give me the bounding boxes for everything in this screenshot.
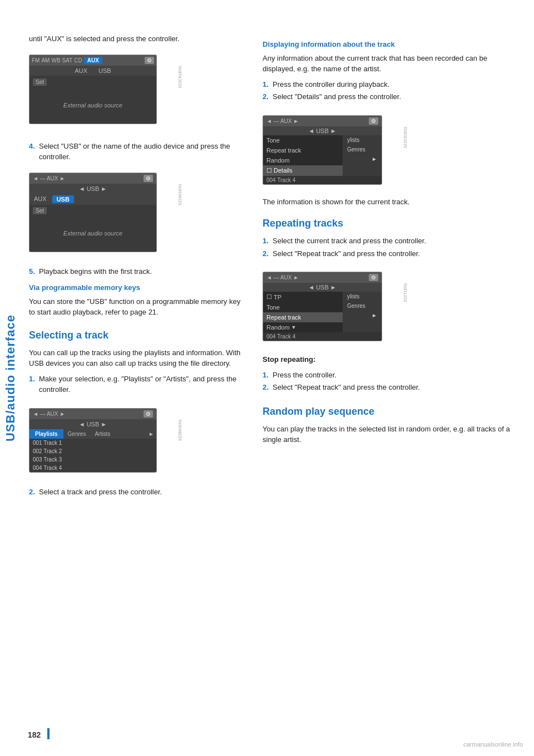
track-001: 001 Track 1 bbox=[29, 439, 156, 447]
watermark: carmanualsonline.info bbox=[463, 741, 523, 748]
pl-tab-genres: Genres bbox=[63, 429, 91, 439]
repeat-step1: 1. Select the current track and press th… bbox=[263, 235, 517, 247]
repeating-heading: Repeating tracks bbox=[263, 216, 517, 231]
det-menu-details: ☐ Details bbox=[263, 165, 343, 176]
screen-playlists: ◄ — AUX ► ⚙ ◄ USB ► Playlists Genres Art… bbox=[29, 402, 157, 478]
random-text: You can play the tracks in the selected … bbox=[263, 424, 517, 445]
screen-details: ◄ — AUX ► ⚙ ◄ USB ► Tone Repeat track Ra… bbox=[263, 110, 382, 190]
display-note: The information is shown for the current… bbox=[263, 197, 517, 208]
stop-step2: 2. Select "Repeat track" and press the c… bbox=[263, 382, 517, 393]
display-info-text: Any information about the current track … bbox=[263, 53, 517, 75]
tab-wb: WB bbox=[51, 57, 60, 63]
rep-tab-genres: Genres bbox=[343, 301, 382, 311]
step4-item: 4. Select "USB" or the name of the audio… bbox=[29, 141, 246, 163]
screen-aux2: ◄ — AUX ► ⚙ ◄ USB ► AUX USB Set External… bbox=[29, 167, 157, 258]
rep-second-bar: ◄ USB ► bbox=[308, 284, 337, 291]
tab-cd: CD bbox=[74, 57, 82, 63]
via-prog-text: You can store the "USB" function on a pr… bbox=[29, 296, 246, 318]
rep-tab-ylists: ylists bbox=[343, 292, 382, 301]
display-step2: 2. Select "Details" and press the contro… bbox=[263, 91, 517, 102]
sidebar-text: USB/audio interface bbox=[3, 315, 18, 441]
step5-item: 5. Playback begins with the first track. bbox=[29, 266, 246, 277]
rep-menu-tone: Tone bbox=[263, 302, 343, 312]
rep-status: 004 Track 4 bbox=[263, 332, 382, 341]
set-label: Set bbox=[33, 78, 47, 86]
det-menu-repeat: Repeat track bbox=[263, 145, 343, 155]
track-004: 004 Track 4 bbox=[29, 464, 156, 472]
left-column: until "AUX" is selected and press the co… bbox=[29, 33, 246, 502]
subtab-usb: USB bbox=[98, 67, 111, 74]
stop-step1: 1. Press the controller. bbox=[263, 370, 517, 381]
screen1-sidenote: SZ2CN1EN1 bbox=[178, 66, 182, 88]
select-step2: 2. Select a track and press the controll… bbox=[29, 487, 246, 498]
screen-repeat: ◄ — AUX ► ⚙ ◄ USB ► ☐TP Tone Repeat trac… bbox=[263, 266, 382, 347]
pl-tab-playlists: Playlists bbox=[29, 429, 63, 439]
det-menu-tone: Tone bbox=[263, 135, 343, 145]
screen2-sidenote: SZ2A01EN1 bbox=[178, 184, 182, 205]
page-number-bar bbox=[47, 728, 50, 739]
icon-settings: ⚙ bbox=[145, 57, 154, 64]
aux2-tab-usb: USB bbox=[52, 195, 74, 203]
select-step1: 1. Make your selection, e.g. "Playlists"… bbox=[29, 374, 246, 395]
aux2-tab-aux: AUX bbox=[34, 195, 47, 203]
display-info-heading: Displaying information about the track bbox=[263, 39, 517, 50]
random-heading: Random play sequence bbox=[263, 404, 517, 419]
rep-menu-random: Random ▼ bbox=[263, 322, 343, 332]
subtab-aux: AUX bbox=[75, 67, 87, 74]
tab-sat: SAT bbox=[62, 57, 73, 63]
rep-menu-tp: ☐TP bbox=[263, 292, 343, 302]
aux2-top-bar: ◄ — AUX ► bbox=[33, 175, 65, 181]
det-second-bar: ◄ USB ► bbox=[308, 127, 337, 134]
rep-top-bar: ◄ — AUX ► bbox=[266, 274, 299, 281]
pl-second-bar: ◄ USB ► bbox=[79, 421, 107, 428]
det-tab-ylists: ylists bbox=[343, 135, 382, 145]
rep-sidenote: SZ2T1EN1 bbox=[403, 283, 407, 302]
track-003: 003 Track 3 bbox=[29, 455, 156, 464]
rep-menu-repeat: Repeat track bbox=[263, 312, 343, 322]
det-tab-genres: Genres bbox=[343, 145, 382, 154]
pl-tab-artists: Artists bbox=[90, 429, 115, 439]
screen-pl-sidenote: SZ2B91EN1 bbox=[178, 419, 182, 441]
repeat-step2: 2. Select "Repeat track" and press the c… bbox=[263, 248, 517, 259]
screen-aux1: FM AM WB SAT CD AUX ⚙ AUX USB Set Extern… bbox=[29, 49, 157, 130]
det-status: 004 Track 4 bbox=[263, 176, 382, 184]
page-number: 182 bbox=[28, 730, 41, 739]
stop-repeating-label: Stop repeating: bbox=[263, 354, 517, 365]
pl-top-bar: ◄ — AUX ► bbox=[33, 411, 65, 417]
det-top-bar: ◄ — AUX ► bbox=[266, 118, 299, 124]
body-text-aux1: External audio source bbox=[63, 102, 122, 109]
intro-text: until "AUX" is selected and press the co… bbox=[29, 33, 246, 45]
aux2-icon: ⚙ bbox=[144, 175, 153, 182]
tab-aux-active: AUX bbox=[84, 57, 102, 64]
tab-fm: FM bbox=[32, 57, 39, 63]
rep-arrow: ► bbox=[367, 311, 382, 320]
tab-am: AM bbox=[41, 57, 50, 63]
right-column: Displaying information about the track A… bbox=[263, 33, 517, 502]
aux2-second-bar: ◄ USB ► bbox=[79, 185, 107, 192]
display-step1: 1. Press the controller during playback. bbox=[263, 79, 517, 90]
sidebar-label: USB/audio interface bbox=[0, 0, 21, 756]
det-icon: ⚙ bbox=[369, 117, 378, 125]
pl-track-list: 001 Track 1 002 Track 2 003 Track 3 004 … bbox=[29, 439, 156, 472]
rep-icon: ⚙ bbox=[369, 274, 378, 281]
selecting-heading: Selecting a track bbox=[29, 328, 246, 343]
aux2-set-label: Set bbox=[33, 207, 47, 214]
det-sidenote: SZ2C91EN1 bbox=[403, 126, 407, 148]
via-prog-heading: Via programmable memory keys bbox=[29, 282, 246, 293]
pl-arrow-right: ► bbox=[146, 429, 156, 439]
det-arrow: ► bbox=[367, 154, 382, 164]
selecting-text: You can call up the tracks using the pla… bbox=[29, 347, 246, 369]
track-002: 002 Track 2 bbox=[29, 447, 156, 455]
aux2-body-text: External audio source bbox=[63, 230, 122, 237]
pl-icon: ⚙ bbox=[144, 410, 153, 418]
det-menu-random: Random bbox=[263, 155, 343, 165]
